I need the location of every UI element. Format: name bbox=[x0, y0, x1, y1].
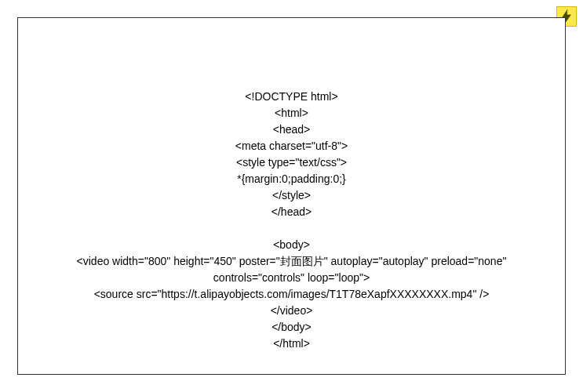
code-line: </video> bbox=[18, 303, 565, 319]
code-line: </style> bbox=[18, 187, 565, 204]
code-line: </body> bbox=[18, 319, 565, 336]
code-line: <!DOCTYPE html> bbox=[18, 89, 565, 105]
blank-line bbox=[18, 220, 565, 237]
code-line: <style type="text/css"> bbox=[18, 154, 565, 171]
code-line: <video width="800" height="450" poster="… bbox=[18, 253, 565, 270]
code-line: *{margin:0;padding:0;} bbox=[18, 171, 565, 187]
code-card: <!DOCTYPE html> <html> <head> <meta char… bbox=[17, 17, 566, 375]
code-line: </html> bbox=[18, 336, 565, 352]
code-content: <!DOCTYPE html> <html> <head> <meta char… bbox=[18, 89, 565, 352]
code-line: <html> bbox=[18, 105, 565, 122]
code-line: <source src="https://t.alipayobjects.com… bbox=[18, 286, 565, 303]
code-line: <body> bbox=[18, 237, 565, 253]
code-line: <head> bbox=[18, 122, 565, 138]
code-line: </head> bbox=[18, 204, 565, 220]
code-line: controls="controls" loop="loop"> bbox=[18, 270, 565, 286]
code-line: <meta charset="utf-8"> bbox=[18, 138, 565, 154]
